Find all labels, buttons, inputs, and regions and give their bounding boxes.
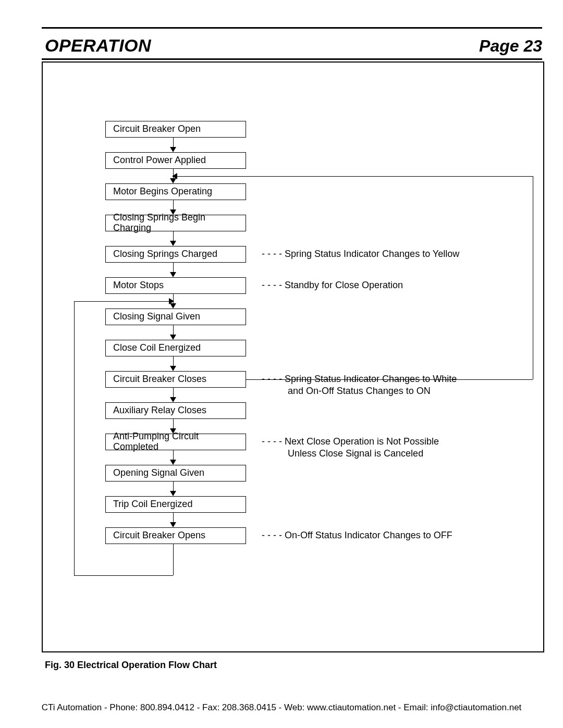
flow-step-b10: Anti-Pumping Circuit Completed: [105, 434, 246, 450]
flow-step-b1: Control Power Applied: [105, 152, 246, 169]
arrow-left-icon: [172, 173, 177, 179]
flow-step-b2: Motor Begins Operating: [105, 183, 246, 200]
arrow-down-icon: [170, 522, 176, 527]
flowchart: Circuit Breaker OpenControl Power Applie…: [43, 63, 543, 651]
connector: [173, 419, 174, 429]
connector: [173, 263, 174, 273]
flow-step-b5: Motor Stops: [105, 277, 246, 294]
flow-step-b9: Auxiliary Relay Closes: [105, 402, 246, 419]
flow-step-b4: Closing Springs Charged: [105, 246, 246, 263]
page-number: Page 23: [479, 36, 542, 56]
header-rule: [42, 58, 542, 60]
connector: [173, 388, 174, 398]
connector: [173, 200, 174, 210]
connector: [173, 138, 174, 147]
flow-step-b11: Opening Signal Given: [105, 465, 246, 482]
arrow-down-icon: [170, 209, 176, 215]
flow-step-b7: Close Coil Energized: [105, 340, 246, 356]
connector: [246, 379, 533, 380]
flow-annotation: - - - - Standby for Close Operation: [262, 279, 403, 291]
connector: [173, 450, 174, 460]
arrow-down-icon: [170, 272, 176, 277]
connector: [173, 482, 174, 491]
arrow-down-icon: [170, 335, 176, 340]
arrow-down-icon: [170, 428, 176, 434]
flow-step-b0: Circuit Breaker Open: [105, 121, 246, 138]
flow-annotation: - - - - Next Close Operation is Not Poss…: [262, 436, 439, 460]
connector: [173, 325, 174, 335]
diagram-frame: Circuit Breaker OpenControl Power Applie…: [42, 61, 544, 652]
flow-step-b6: Closing Signal Given: [105, 309, 246, 325]
connector: [173, 231, 174, 241]
arrow-down-icon: [170, 397, 176, 402]
arrow-down-icon: [170, 460, 176, 465]
flow-step-b3: Closing Springs Begin Charging: [105, 215, 246, 231]
arrow-down-icon: [170, 241, 176, 246]
flow-step-b12: Trip Coil Energized: [105, 496, 246, 513]
page: OPERATION Page 23 Circuit Breaker OpenCo…: [0, 0, 563, 728]
connector: [177, 176, 533, 177]
connector: [74, 301, 169, 302]
connector: [173, 356, 174, 366]
flow-step-b13: Circuit Breaker Opens: [105, 527, 246, 544]
connector: [173, 544, 174, 575]
connector: [533, 176, 533, 379]
page-footer: CTi Automation - Phone: 800.894.0412 - F…: [0, 702, 563, 713]
flow-step-b8: Circuit Breaker Closes: [105, 371, 246, 388]
arrow-down-icon: [170, 147, 176, 152]
arrow-down-icon: [170, 491, 176, 496]
flow-annotation: - - - - Spring Status Indicator Changes …: [262, 248, 459, 260]
connector: [74, 575, 173, 576]
top-rule: [42, 27, 542, 29]
arrow-right-icon: [169, 298, 174, 304]
connector: [173, 513, 174, 523]
section-title: OPERATION: [45, 35, 151, 56]
flow-annotation: - - - - On-Off Status Indicator Changes …: [262, 529, 452, 541]
figure-caption: Fig. 30 Electrical Operation Flow Chart: [45, 660, 217, 671]
arrow-down-icon: [170, 366, 176, 371]
connector: [74, 301, 75, 575]
flow-annotation: - - - - Spring Status Indicator Changes …: [262, 373, 457, 398]
page-header: OPERATION Page 23: [45, 35, 542, 56]
